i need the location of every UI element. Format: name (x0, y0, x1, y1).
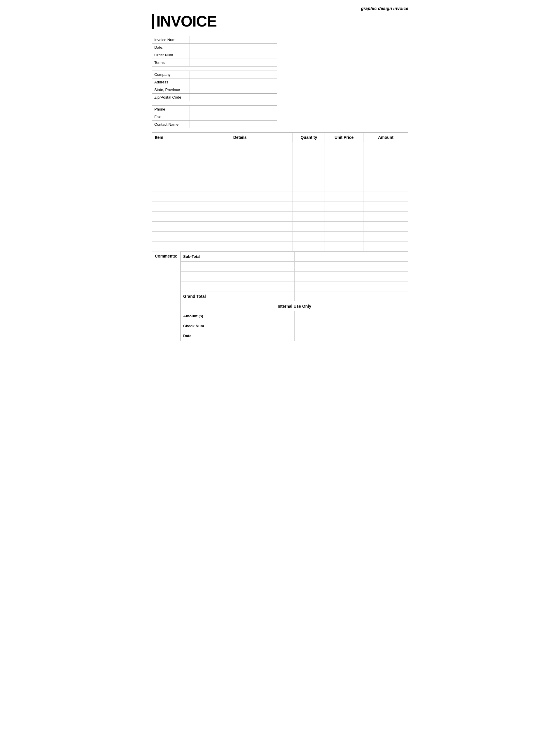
unit-price-cell-2[interactable] (325, 162, 363, 172)
details-cell-8[interactable] (187, 222, 293, 231)
table-row: Phone (152, 106, 277, 113)
col-header-details: Details (187, 133, 293, 142)
qty-cell-0[interactable] (293, 142, 325, 152)
item-cell-10[interactable] (152, 242, 187, 252)
amount-cell-0[interactable] (363, 142, 408, 152)
qty-cell-7[interactable] (293, 212, 325, 222)
amount-cell-5[interactable] (363, 192, 408, 202)
state-province-value[interactable] (190, 86, 277, 94)
unit-price-cell-1[interactable] (325, 152, 363, 162)
qty-cell-5[interactable] (293, 192, 325, 202)
details-cell-0[interactable] (187, 142, 293, 152)
comments-area[interactable]: Comments: (152, 252, 181, 341)
col-header-amount: Amount (363, 133, 408, 142)
zip-label: Zip/Postal Code (152, 94, 190, 101)
fax-value[interactable] (190, 113, 277, 121)
address-value[interactable] (190, 78, 277, 86)
item-cell-2[interactable] (152, 162, 187, 172)
blank-row-3 (181, 281, 408, 292)
amount-cell-10[interactable] (363, 242, 408, 252)
phone-label: Phone (152, 106, 190, 113)
internal-check-label: Check Num (181, 321, 295, 331)
amount-cell-1[interactable] (363, 152, 408, 162)
qty-cell-2[interactable] (293, 162, 325, 172)
company-value[interactable] (190, 71, 277, 78)
blank-cell-value[interactable] (295, 272, 408, 281)
qty-cell-6[interactable] (293, 202, 325, 212)
amount-cell-3[interactable] (363, 172, 408, 182)
unit-price-cell-0[interactable] (325, 142, 363, 152)
qty-cell-3[interactable] (293, 172, 325, 182)
blank-cell (181, 262, 295, 272)
details-cell-7[interactable] (187, 212, 293, 222)
internal-use-header: Internal Use Only (181, 301, 408, 311)
item-cell-8[interactable] (152, 222, 187, 231)
qty-cell-4[interactable] (293, 182, 325, 192)
address-label: Address (152, 78, 190, 86)
details-cell-10[interactable] (187, 242, 293, 252)
item-cell-9[interactable] (152, 231, 187, 242)
zip-value[interactable] (190, 94, 277, 101)
details-cell-1[interactable] (187, 152, 293, 162)
qty-cell-10[interactable] (293, 242, 325, 252)
items-table-header-row: Item Details Quantity Unit Price Amount (152, 133, 408, 142)
unit-price-cell-5[interactable] (325, 192, 363, 202)
unit-price-cell-4[interactable] (325, 182, 363, 192)
order-num-value[interactable] (190, 51, 277, 59)
amount-cell-4[interactable] (363, 182, 408, 192)
qty-cell-9[interactable] (293, 231, 325, 242)
internal-check-value[interactable] (295, 321, 408, 331)
item-cell-6[interactable] (152, 202, 187, 212)
col-header-item: Item (152, 133, 187, 142)
internal-amount-value[interactable] (295, 311, 408, 321)
item-cell-5[interactable] (152, 192, 187, 202)
unit-price-cell-6[interactable] (325, 202, 363, 212)
item-cell-7[interactable] (152, 212, 187, 222)
table-row: Zip/Postal Code (152, 94, 277, 101)
company-label: Company (152, 71, 190, 78)
invoice-num-label: Invoice Num (152, 36, 190, 44)
amount-cell-7[interactable] (363, 212, 408, 222)
item-cell-3[interactable] (152, 172, 187, 182)
invoice-num-value[interactable] (190, 36, 277, 44)
subtotal-value[interactable] (295, 252, 408, 262)
internal-date-label: Date (181, 331, 295, 341)
item-cell-4[interactable] (152, 182, 187, 192)
item-cell-1[interactable] (152, 152, 187, 162)
internal-date-value[interactable] (295, 331, 408, 341)
amount-cell-2[interactable] (363, 162, 408, 172)
internal-use-label: Internal Use Only (181, 301, 408, 311)
unit-price-cell-8[interactable] (325, 222, 363, 231)
grand-total-value[interactable] (295, 292, 408, 301)
contact-name-value[interactable] (190, 121, 277, 128)
grand-total-row: Grand Total (181, 292, 408, 301)
qty-cell-1[interactable] (293, 152, 325, 162)
item-cell-0[interactable] (152, 142, 187, 152)
terms-value[interactable] (190, 59, 277, 66)
details-cell-3[interactable] (187, 172, 293, 182)
unit-price-cell-3[interactable] (325, 172, 363, 182)
blank-cell-value[interactable] (295, 262, 408, 272)
subtotal-label: Sub-Total (181, 252, 295, 262)
blank-cell-value[interactable] (295, 281, 408, 292)
details-cell-5[interactable] (187, 192, 293, 202)
details-cell-2[interactable] (187, 162, 293, 172)
items-table-row (152, 152, 408, 162)
amount-cell-9[interactable] (363, 231, 408, 242)
blank-cell (181, 281, 295, 292)
unit-price-cell-7[interactable] (325, 212, 363, 222)
items-table-row (152, 212, 408, 222)
details-cell-6[interactable] (187, 202, 293, 212)
amount-cell-6[interactable] (363, 202, 408, 212)
qty-cell-8[interactable] (293, 222, 325, 231)
details-cell-4[interactable] (187, 182, 293, 192)
amount-cell-8[interactable] (363, 222, 408, 231)
grand-total-label: Grand Total (181, 292, 295, 301)
col-header-quantity: Quantity (293, 133, 325, 142)
unit-price-cell-9[interactable] (325, 231, 363, 242)
phone-value[interactable] (190, 106, 277, 113)
unit-price-cell-10[interactable] (325, 242, 363, 252)
details-cell-9[interactable] (187, 231, 293, 242)
date-value[interactable] (190, 44, 277, 51)
internal-amount-label: Amount ($) (181, 311, 295, 321)
